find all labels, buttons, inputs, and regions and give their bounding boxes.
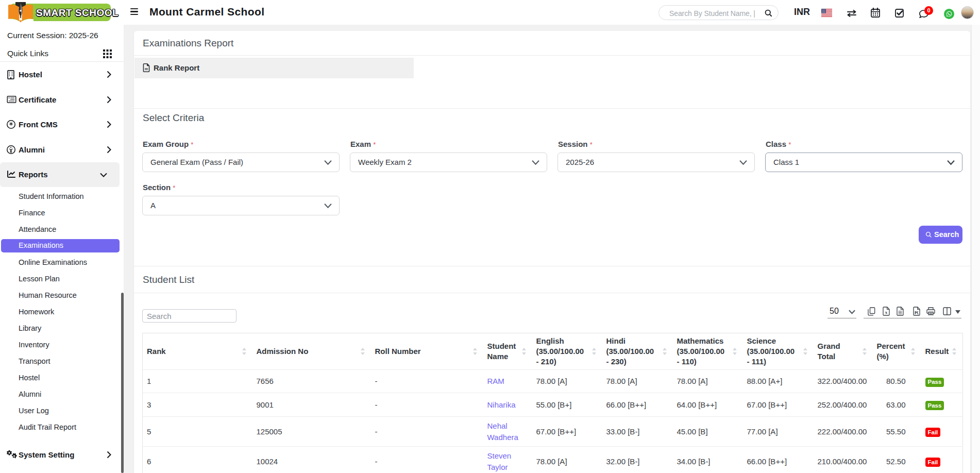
svg-text:x: x [885, 310, 888, 315]
